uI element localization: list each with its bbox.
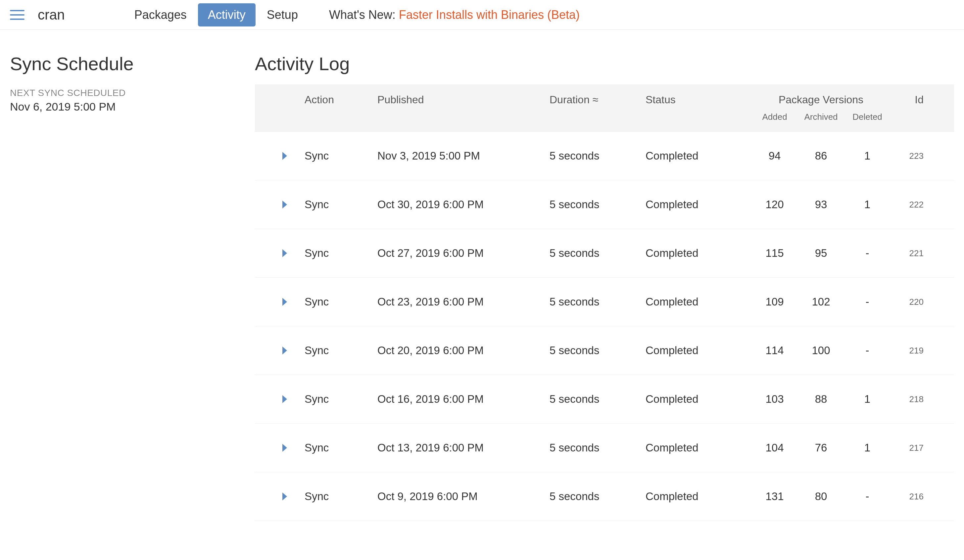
cell-action: Sync <box>305 296 378 308</box>
cell-duration: 5 seconds <box>550 393 646 405</box>
cell-duration: 5 seconds <box>550 490 646 503</box>
expand-icon[interactable] <box>282 298 287 306</box>
cell-deleted: 1 <box>844 441 891 454</box>
next-sync-label: NEXT SYNC SCHEDULED <box>10 88 255 98</box>
col-duration: Duration ≈ <box>550 94 646 106</box>
table-row[interactable]: SyncNov 3, 2019 5:00 PM5 secondsComplete… <box>255 132 954 181</box>
cell-id: 218 <box>891 394 923 404</box>
cell-duration: 5 seconds <box>550 247 646 259</box>
topbar: cran Packages Activity Setup What's New:… <box>0 0 964 30</box>
cell-status: Completed <box>646 490 751 503</box>
col-added: Added <box>751 112 798 122</box>
tab-packages[interactable]: Packages <box>124 3 197 26</box>
cell-published: Oct 27, 2019 6:00 PM <box>378 247 550 259</box>
table-row[interactable]: SyncOct 23, 2019 6:00 PM5 secondsComplet… <box>255 278 954 326</box>
cell-id: 216 <box>891 492 923 502</box>
table-row[interactable]: SyncOct 16, 2019 6:00 PM5 secondsComplet… <box>255 375 954 424</box>
cell-archived: 80 <box>798 490 844 503</box>
col-package-versions: Package Versions Added Archived Deleted <box>751 94 891 122</box>
cell-id: 221 <box>891 248 923 259</box>
cell-deleted: 1 <box>844 393 891 405</box>
tab-setup[interactable]: Setup <box>257 3 308 26</box>
table-row[interactable]: SyncOct 20, 2019 6:00 PM5 secondsComplet… <box>255 326 954 375</box>
cell-status: Completed <box>646 441 751 454</box>
cell-id: 217 <box>891 443 923 453</box>
cell-published: Oct 16, 2019 6:00 PM <box>378 393 550 405</box>
table-row[interactable]: SyncOct 27, 2019 6:00 PM5 secondsComplet… <box>255 229 954 278</box>
cell-added: 115 <box>751 247 798 259</box>
cell-added: 131 <box>751 490 798 503</box>
col-published: Published <box>378 94 550 106</box>
cell-status: Completed <box>646 198 751 211</box>
table-row[interactable]: SyncOct 30, 2019 6:00 PM5 secondsComplet… <box>255 181 954 229</box>
cell-deleted: - <box>844 490 891 503</box>
col-deleted: Deleted <box>844 112 891 122</box>
table-header: Action Published Duration ≈ Status Packa… <box>255 85 954 132</box>
table-row[interactable]: SyncOct 13, 2019 6:00 PM5 secondsComplet… <box>255 424 954 472</box>
cell-id: 220 <box>891 297 923 307</box>
cell-status: Completed <box>646 393 751 405</box>
sync-schedule-panel: Sync Schedule NEXT SYNC SCHEDULED Nov 6,… <box>10 53 255 521</box>
expand-icon[interactable] <box>282 492 287 500</box>
expand-icon[interactable] <box>282 152 287 160</box>
cell-archived: 95 <box>798 247 844 259</box>
activity-log-panel: Activity Log Action Published Duration ≈… <box>255 53 954 521</box>
cell-duration: 5 seconds <box>550 150 646 162</box>
cell-deleted: - <box>844 296 891 308</box>
expand-icon[interactable] <box>282 395 287 403</box>
cell-status: Completed <box>646 344 751 357</box>
cell-added: 114 <box>751 344 798 357</box>
cell-added: 103 <box>751 393 798 405</box>
cell-added: 120 <box>751 198 798 211</box>
whats-new-label: What's New: <box>329 8 399 21</box>
col-id: Id <box>891 94 923 106</box>
cell-duration: 5 seconds <box>550 441 646 454</box>
cell-archived: 88 <box>798 393 844 405</box>
cell-published: Oct 9, 2019 6:00 PM <box>378 490 550 503</box>
cell-id: 219 <box>891 345 923 356</box>
cell-published: Oct 23, 2019 6:00 PM <box>378 296 550 308</box>
col-status: Status <box>646 94 751 106</box>
cell-id: 223 <box>891 151 923 161</box>
expand-icon[interactable] <box>282 249 287 257</box>
cell-deleted: 1 <box>844 198 891 211</box>
cell-published: Oct 30, 2019 6:00 PM <box>378 198 550 211</box>
cell-action: Sync <box>305 247 378 259</box>
col-archived: Archived <box>798 112 844 122</box>
whats-new: What's New: Faster Installs with Binarie… <box>329 8 580 22</box>
cell-action: Sync <box>305 393 378 405</box>
cell-duration: 5 seconds <box>550 198 646 211</box>
expand-icon[interactable] <box>282 347 287 355</box>
next-sync-time: Nov 6, 2019 5:00 PM <box>10 100 255 113</box>
cell-published: Nov 3, 2019 5:00 PM <box>378 150 550 162</box>
sync-schedule-title: Sync Schedule <box>10 53 255 75</box>
table-row[interactable]: SyncOct 9, 2019 6:00 PM5 secondsComplete… <box>255 472 954 521</box>
activity-table: Action Published Duration ≈ Status Packa… <box>255 85 954 521</box>
whats-new-link[interactable]: Faster Installs with Binaries (Beta) <box>399 8 580 21</box>
activity-log-title: Activity Log <box>255 53 954 75</box>
nav-tabs: Packages Activity Setup <box>124 0 309 29</box>
tab-activity[interactable]: Activity <box>198 3 256 26</box>
cell-action: Sync <box>305 150 378 162</box>
cell-deleted: - <box>844 247 891 259</box>
cell-published: Oct 20, 2019 6:00 PM <box>378 344 550 357</box>
cell-duration: 5 seconds <box>550 344 646 357</box>
menu-icon[interactable] <box>10 10 24 20</box>
cell-action: Sync <box>305 441 378 454</box>
cell-deleted: - <box>844 344 891 357</box>
cell-duration: 5 seconds <box>550 296 646 308</box>
cell-added: 104 <box>751 441 798 454</box>
cell-deleted: 1 <box>844 150 891 162</box>
source-name: cran <box>38 7 65 23</box>
cell-status: Completed <box>646 150 751 162</box>
expand-icon[interactable] <box>282 444 287 452</box>
col-pv-label: Package Versions <box>778 94 863 106</box>
cell-archived: 76 <box>798 441 844 454</box>
cell-archived: 86 <box>798 150 844 162</box>
cell-status: Completed <box>646 296 751 308</box>
cell-id: 222 <box>891 200 923 210</box>
cell-archived: 100 <box>798 344 844 357</box>
cell-action: Sync <box>305 198 378 211</box>
expand-icon[interactable] <box>282 200 287 208</box>
cell-published: Oct 13, 2019 6:00 PM <box>378 441 550 454</box>
